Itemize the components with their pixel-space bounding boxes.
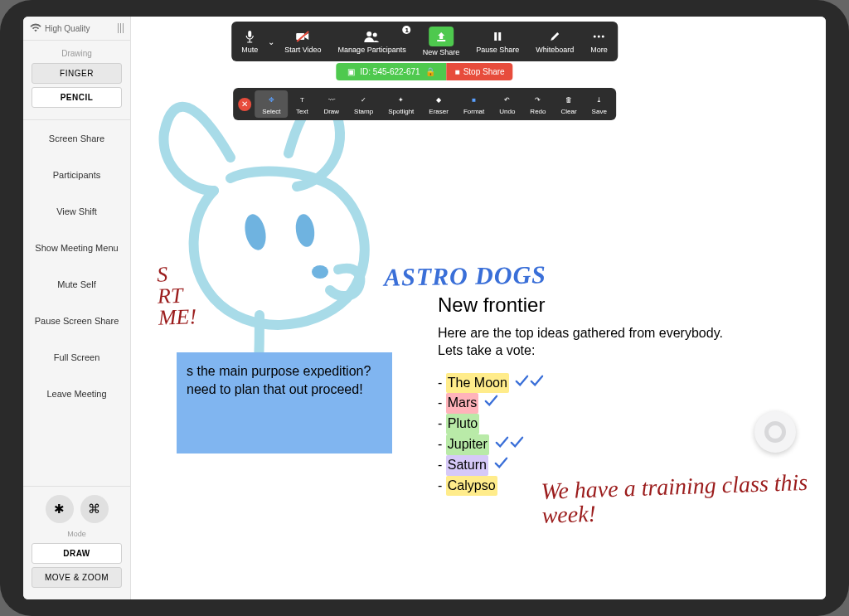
sidebar-item-leave-meeting[interactable]: Leave Meeting [23, 376, 130, 412]
svg-rect-8 [437, 40, 445, 41]
wifi-icon [30, 24, 41, 32]
format-icon: ■ [468, 93, 481, 106]
text-tool[interactable]: TText [288, 90, 316, 118]
whiteboard-button[interactable]: Whiteboard [527, 27, 582, 56]
more-button[interactable]: More [582, 27, 616, 56]
spotlight-tool[interactable]: ✦Spotlight [381, 90, 421, 118]
draw-icon: 〰 [325, 93, 338, 106]
remote-icon: ▣ [347, 67, 355, 76]
lock-icon: 🔒 [425, 67, 435, 76]
save-button[interactable]: ⤓Save [585, 90, 614, 118]
pause-share-button[interactable]: Pause Share [468, 27, 527, 56]
svg-point-0 [242, 212, 269, 252]
sidebar-item-full-screen[interactable]: Full Screen [23, 339, 130, 376]
typed-content: New frontier Here are the top ideas gath… [438, 293, 745, 496]
mute-button[interactable]: Mute [233, 27, 266, 56]
select-tool[interactable]: ✥Select [255, 90, 288, 118]
more-icon [592, 29, 607, 44]
circle-icon [764, 421, 786, 443]
handwriting-left: S RT ME! [157, 263, 197, 329]
svg-rect-3 [248, 31, 251, 37]
meeting-id: ▣ ID: 545-622-671 🔒 [336, 63, 446, 80]
settings-button[interactable]: ✱ [46, 495, 74, 523]
draw-tool[interactable]: 〰Draw [316, 90, 347, 118]
svg-point-1 [294, 213, 316, 249]
svg-point-7 [373, 33, 377, 37]
sidebar: High Quality Drawing FINGER PENCIL Scree… [23, 17, 131, 599]
start-video-button[interactable]: Start Video [276, 27, 329, 56]
chevron-down-icon: ⌄ [268, 37, 274, 46]
blue-note-box: s the main purpose expedition? need to p… [177, 352, 392, 454]
stamp-icon: ✓ [357, 93, 371, 106]
redo-icon: ↷ [531, 93, 545, 106]
list-item: - The Moon [438, 373, 745, 394]
connection-quality: High Quality [45, 24, 90, 33]
svg-rect-10 [498, 32, 501, 41]
svg-point-6 [367, 32, 372, 36]
svg-point-2 [312, 265, 328, 279]
finger-button[interactable]: FINGER [32, 63, 122, 84]
drawing-label: Drawing [32, 49, 122, 58]
heading: New frontier [438, 293, 745, 317]
undo-icon: ↶ [501, 93, 514, 106]
sidebar-item-participants[interactable]: Participants [23, 157, 130, 193]
command-icon: ⌘ [88, 502, 100, 517]
mode-label: Mode [32, 530, 122, 538]
zoom-toolbar: Mute ⌄ Start Video 1 Manage Participants… [231, 22, 618, 61]
video-off-icon [295, 29, 310, 44]
mute-chevron[interactable]: ⌄ [266, 36, 276, 48]
new-share-button[interactable]: New Share [415, 25, 468, 58]
stamp-tool[interactable]: ✓Stamp [347, 90, 381, 118]
sidebar-menu: Screen Share Participants View Shift Sho… [23, 120, 130, 486]
sidebar-item-view-shift[interactable]: View Shift [23, 193, 130, 230]
redo-button[interactable]: ↷Redo [522, 90, 553, 118]
floating-control-button[interactable] [754, 411, 796, 453]
sidebar-item-show-meeting-menu[interactable]: Show Meeting Menu [23, 230, 130, 266]
eraser-icon: ◆ [432, 93, 445, 106]
gear-icon: ✱ [54, 502, 65, 517]
pause-icon [490, 29, 505, 44]
intro-text: Here are the top ideas gathered from eve… [438, 325, 745, 360]
eraser-tool[interactable]: ◆Eraser [421, 90, 456, 118]
list-item: - Pluto [438, 414, 745, 434]
spotlight-icon: ✦ [395, 93, 408, 106]
ipad-frame: High Quality Drawing FINGER PENCIL Scree… [0, 0, 849, 616]
sidebar-bottom: ✱ ⌘ Mode DRAW MOVE & ZOOM [23, 486, 130, 599]
sidebar-toggle-icon[interactable] [118, 23, 124, 33]
stop-share-button[interactable]: ■ Stop Share [447, 63, 513, 80]
participant-count-badge: 1 [403, 26, 411, 34]
svg-rect-9 [494, 32, 497, 41]
handwriting-right: We have a training class this week! [541, 469, 826, 528]
trash-icon: 🗑 [562, 93, 575, 106]
sidebar-top: High Quality [23, 17, 130, 41]
svg-point-13 [602, 36, 604, 38]
handwritten-title: ASTRO DOGS [384, 260, 546, 291]
move-zoom-mode-button[interactable]: MOVE & ZOOM [32, 567, 122, 588]
share-info-bar: ▣ ID: 545-622-671 🔒 ■ Stop Share [336, 63, 512, 80]
annotation-toolbar: ✕ ✥Select TText 〰Draw ✓Stamp ✦Spotlight … [233, 88, 616, 120]
sidebar-item-mute-self[interactable]: Mute Self [23, 266, 130, 303]
pencil-button[interactable]: PENCIL [32, 87, 122, 108]
pencil-icon [547, 29, 562, 44]
command-button[interactable]: ⌘ [80, 495, 109, 523]
list-item: - Jupiter [438, 434, 745, 455]
microphone-icon [242, 29, 257, 44]
undo-button[interactable]: ↶Undo [492, 90, 522, 118]
close-annotation-button[interactable]: ✕ [238, 98, 251, 111]
participants-icon [365, 29, 380, 44]
format-tool[interactable]: ■Format [456, 90, 492, 118]
drawing-section: Drawing FINGER PENCIL [23, 41, 130, 120]
move-icon: ✥ [264, 93, 278, 106]
sidebar-item-pause-screen-share[interactable]: Pause Screen Share [23, 303, 130, 339]
clear-button[interactable]: 🗑Clear [553, 90, 584, 118]
save-icon: ⤓ [593, 93, 606, 106]
stop-icon: ■ [455, 67, 460, 76]
screen: High Quality Drawing FINGER PENCIL Scree… [23, 17, 826, 599]
manage-participants-button[interactable]: 1 Manage Participants [330, 27, 415, 56]
text-icon: T [295, 93, 308, 106]
share-up-icon [434, 29, 449, 44]
svg-point-12 [598, 36, 600, 38]
draw-mode-button[interactable]: DRAW [32, 543, 122, 564]
sidebar-item-screen-share[interactable]: Screen Share [23, 120, 130, 157]
svg-point-11 [594, 36, 596, 38]
